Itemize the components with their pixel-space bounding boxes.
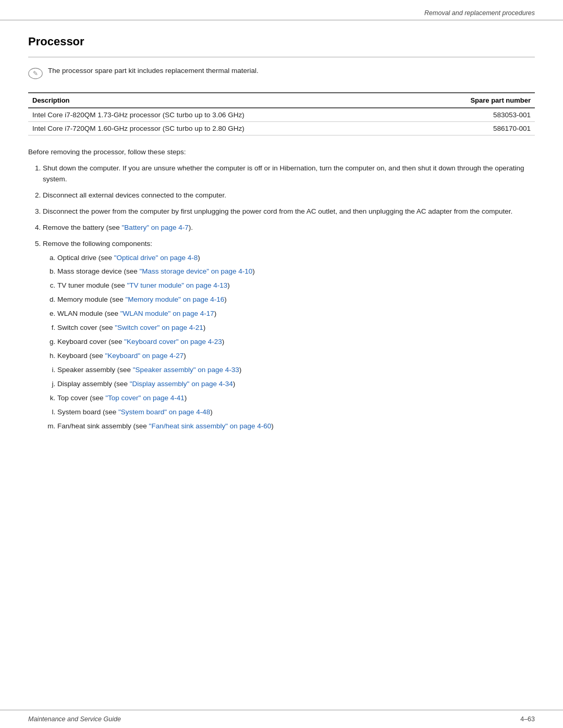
- link-speaker-assembly[interactable]: "Speaker assembly" on page 4-33: [133, 366, 239, 374]
- table-body: Intel Core i7-820QM 1.73-GHz processor (…: [28, 108, 535, 135]
- step-5-text: Remove the following components:: [43, 240, 152, 248]
- sub-item-k: Top cover (see "Top cover" on page 4-41): [57, 393, 535, 404]
- sub-item-e: WLAN module (see "WLAN module" on page 4…: [57, 309, 535, 319]
- divider-top: [28, 57, 535, 57]
- step-2: Disconnect all external devices connecte…: [43, 190, 535, 201]
- top-header: Removal and replacement procedures: [0, 0, 563, 20]
- link-switch-cover[interactable]: "Switch cover" on page 4-21: [115, 324, 203, 331]
- link-top-cover[interactable]: "Top cover" on page 4-41: [105, 394, 184, 402]
- step-3: Disconnect the power from the computer b…: [43, 206, 535, 217]
- sub-item-c: TV tuner module (see "TV tuner module" o…: [57, 280, 535, 291]
- table-row: Intel Core i7-720QM 1.60-GHz processor (…: [28, 122, 535, 135]
- step-1-text: Shut down the computer. If you are unsur…: [43, 164, 524, 183]
- link-battery[interactable]: "Battery" on page 4-7: [122, 224, 189, 231]
- link-system-board[interactable]: "System board" on page 4-48: [118, 408, 210, 416]
- link-wlan-module[interactable]: "WLAN module" on page 4-17: [120, 310, 214, 317]
- note-box: ✎ The processor spare part kit includes …: [28, 67, 535, 81]
- sub-item-m: Fan/heat sink assembly (see "Fan/heat si…: [57, 421, 535, 432]
- link-keyboard[interactable]: "Keyboard" on page 4-27: [105, 352, 184, 360]
- table-header: Description Spare part number: [28, 93, 535, 108]
- parts-table: Description Spare part number Intel Core…: [28, 92, 535, 135]
- link-mass-storage[interactable]: "Mass storage device" on page 4-10: [140, 267, 253, 275]
- header-title: Removal and replacement procedures: [424, 9, 535, 17]
- link-fan-heat-sink[interactable]: "Fan/heat sink assembly" on page 4-60: [149, 422, 272, 430]
- note-icon: ✎: [28, 68, 43, 81]
- sub-item-f: Switch cover (see "Switch cover" on page…: [57, 323, 535, 334]
- link-memory-module[interactable]: "Memory module" on page 4-16: [126, 295, 225, 303]
- main-content: Processor ✎ The processor spare part kit…: [0, 20, 563, 728]
- table-cell-description-2: Intel Core i7-720QM 1.60-GHz processor (…: [28, 122, 414, 135]
- footer-left: Maintenance and Service Guide: [28, 715, 121, 723]
- steps-list: Shut down the computer. If you are unsur…: [43, 163, 535, 432]
- footer: Maintenance and Service Guide 4–63: [0, 710, 563, 728]
- table-cell-description-1: Intel Core i7-820QM 1.73-GHz processor (…: [28, 108, 414, 122]
- table-row: Intel Core i7-820QM 1.73-GHz processor (…: [28, 108, 535, 122]
- pencil-icon: ✎: [28, 68, 43, 79]
- link-optical-drive[interactable]: "Optical drive" on page 4-8: [114, 254, 198, 262]
- link-display-assembly[interactable]: "Display assembly" on page 4-34: [130, 380, 233, 388]
- link-keyboard-cover[interactable]: "Keyboard cover" on page 4-23: [124, 338, 222, 346]
- sub-item-a: Optical drive (see "Optical drive" on pa…: [57, 253, 535, 264]
- sub-item-d: Memory module (see "Memory module" on pa…: [57, 294, 535, 305]
- table-cell-part-1: 583053-001: [414, 108, 535, 122]
- intro-text: Before removing the processor, follow th…: [28, 148, 535, 156]
- sub-item-l: System board (see "System board" on page…: [57, 407, 535, 418]
- sub-item-i: Speaker assembly (see "Speaker assembly"…: [57, 365, 535, 376]
- table-cell-part-2: 586170-001: [414, 122, 535, 135]
- svg-text:✎: ✎: [33, 70, 38, 77]
- footer-right: 4–63: [520, 715, 535, 723]
- page-container: Removal and replacement procedures Proce…: [0, 0, 563, 728]
- step-3-text: Disconnect the power from the computer b…: [43, 207, 512, 215]
- col-description-header: Description: [28, 93, 414, 108]
- sub-item-h: Keyboard (see "Keyboard" on page 4-27): [57, 351, 535, 362]
- step-1: Shut down the computer. If you are unsur…: [43, 163, 535, 185]
- step-5: Remove the following components: Optical…: [43, 239, 535, 432]
- link-tv-tuner[interactable]: "TV tuner module" on page 4-13: [127, 281, 228, 289]
- step-2-text: Disconnect all external devices connecte…: [43, 191, 226, 199]
- sub-item-b: Mass storage device (see "Mass storage d…: [57, 266, 535, 277]
- page-title: Processor: [28, 35, 535, 48]
- sub-list: Optical drive (see "Optical drive" on pa…: [57, 253, 535, 432]
- table-header-row: Description Spare part number: [28, 93, 535, 108]
- sub-item-j: Display assembly (see "Display assembly"…: [57, 379, 535, 390]
- sub-item-g: Keyboard cover (see "Keyboard cover" on …: [57, 337, 535, 348]
- col-part-number-header: Spare part number: [414, 93, 535, 108]
- note-text: The processor spare part kit includes re…: [48, 67, 259, 75]
- step-4-text: Remove the battery (see "Battery" on pag…: [43, 224, 193, 231]
- step-4: Remove the battery (see "Battery" on pag…: [43, 223, 535, 233]
